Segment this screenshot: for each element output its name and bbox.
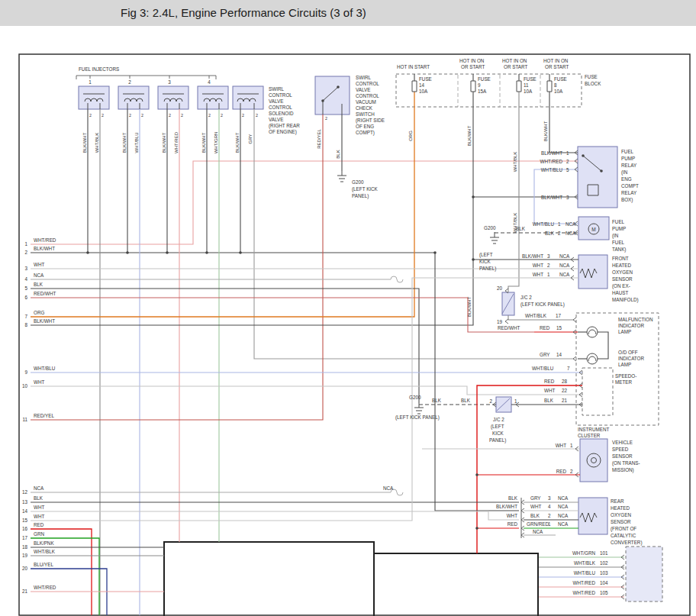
label: RED xyxy=(556,469,567,474)
label: BLK/WHT xyxy=(34,246,55,251)
label: 2 xyxy=(547,263,550,268)
wire-color-label: BLK/WHT xyxy=(467,125,472,146)
label: CONTROL xyxy=(269,105,292,110)
label: BLK xyxy=(34,282,44,287)
label: HOT IN ON xyxy=(459,58,485,63)
label: NCA xyxy=(566,221,576,227)
vacuum-check-switch xyxy=(315,76,350,114)
speedometer xyxy=(582,368,613,415)
label: HEATED xyxy=(611,505,630,511)
label: (RIGHT SIDE xyxy=(356,118,385,124)
label: WHT xyxy=(34,379,44,385)
label: SWITCH xyxy=(356,111,375,117)
label: 3 xyxy=(24,266,27,271)
label: NCA xyxy=(559,263,570,268)
label: 3 xyxy=(547,253,550,259)
wire-ryel xyxy=(31,114,323,420)
label: (LEFT KICK PANEL) xyxy=(395,414,440,421)
label: FUSE xyxy=(478,76,491,82)
label: 3 xyxy=(168,79,171,85)
label: 2 xyxy=(89,113,92,118)
label: OXYGEN xyxy=(611,512,631,518)
label: (ON EX- xyxy=(612,283,630,289)
label: 7 xyxy=(567,366,570,371)
label: 5 xyxy=(24,285,27,291)
wire-color-label: BLK/WHT xyxy=(162,132,166,153)
fuel-injector-3 xyxy=(158,86,188,109)
label: RELAY xyxy=(621,163,637,168)
label: RED/WHT xyxy=(498,325,520,331)
label: 10 xyxy=(22,383,28,389)
label: WHT/RED xyxy=(540,159,563,164)
diagram-area: Fig 3: 2.4L, Engine Performance Circuits… xyxy=(0,0,696,616)
junction-dot xyxy=(205,251,208,254)
label: (FRONT OF xyxy=(611,526,636,532)
connector-chevron-icon xyxy=(505,319,508,324)
label: 7 xyxy=(24,314,27,319)
label: CONTROL xyxy=(269,92,292,98)
label: MANIFOLD) xyxy=(612,297,639,303)
wire-wht xyxy=(31,511,519,520)
label: CLUSTER xyxy=(578,433,601,438)
instrument-cluster xyxy=(576,313,659,425)
wire-color-label: WHT/RED xyxy=(174,131,179,153)
label: OR START xyxy=(461,64,485,69)
label: COMPT) xyxy=(356,130,375,136)
label: NCA xyxy=(558,504,569,509)
label: 14 xyxy=(556,352,562,357)
wire-color-label: WHT/GRN xyxy=(214,132,218,154)
junction-dot xyxy=(166,251,169,254)
label: 105 xyxy=(600,590,608,595)
label: WHT/BLK xyxy=(525,313,547,318)
wire-blk xyxy=(549,92,578,153)
label: FUEL xyxy=(612,240,625,245)
label: BLK/PNK xyxy=(34,540,54,546)
junction-dot xyxy=(239,251,242,254)
label: BLK/WHT xyxy=(541,195,562,200)
label: RELAY xyxy=(621,190,637,195)
label: 2 xyxy=(566,159,569,164)
label: FUEL INJECTORS xyxy=(79,66,119,72)
label: KICK xyxy=(479,259,491,264)
label: (LEFT xyxy=(479,252,493,258)
junction-dot xyxy=(472,195,475,198)
wire-color-label: ORG xyxy=(408,131,413,141)
connector-chevron-icon xyxy=(573,356,576,361)
label: (IN xyxy=(621,169,628,176)
label: (ON TRANS- xyxy=(612,460,640,466)
label: 101 xyxy=(600,550,608,556)
label: NCA xyxy=(558,521,569,527)
label: BLK xyxy=(34,495,44,501)
label: FUEL xyxy=(621,149,634,154)
label: 20 xyxy=(22,566,28,571)
label: RED xyxy=(544,379,555,384)
label: SENSOR xyxy=(612,276,633,282)
label: G200 xyxy=(409,395,421,400)
label: RED/YEL xyxy=(34,413,54,418)
swirl-solenoid-valve xyxy=(233,86,263,109)
label: J/C 2 xyxy=(520,295,532,300)
junction-dot xyxy=(321,99,324,102)
label: 22 xyxy=(562,388,568,393)
label: WHT xyxy=(533,272,543,277)
label: OF ENG xyxy=(356,124,374,129)
label: 4 xyxy=(548,504,551,509)
label: LAMP xyxy=(618,329,631,334)
label: BLK/WHT xyxy=(541,150,562,156)
label: WHT/BLU xyxy=(574,570,596,576)
label: VALVE xyxy=(356,87,370,92)
label: INSTRUMENT xyxy=(578,427,609,432)
label: ORG xyxy=(34,310,44,315)
label: BLK xyxy=(432,398,442,403)
label: WHT/BLU xyxy=(34,366,56,371)
label: GRN/RED xyxy=(527,521,549,527)
label: 2 xyxy=(558,231,561,236)
label: OR START xyxy=(545,64,569,69)
label: INDICATOR xyxy=(618,323,645,328)
label: FUSE xyxy=(554,76,567,82)
label: HOT IN ON xyxy=(502,58,527,63)
label: 18 xyxy=(22,544,28,550)
label: PANEL) xyxy=(352,193,369,199)
label: MISSION) xyxy=(612,467,634,473)
label: HEATED xyxy=(612,263,632,268)
